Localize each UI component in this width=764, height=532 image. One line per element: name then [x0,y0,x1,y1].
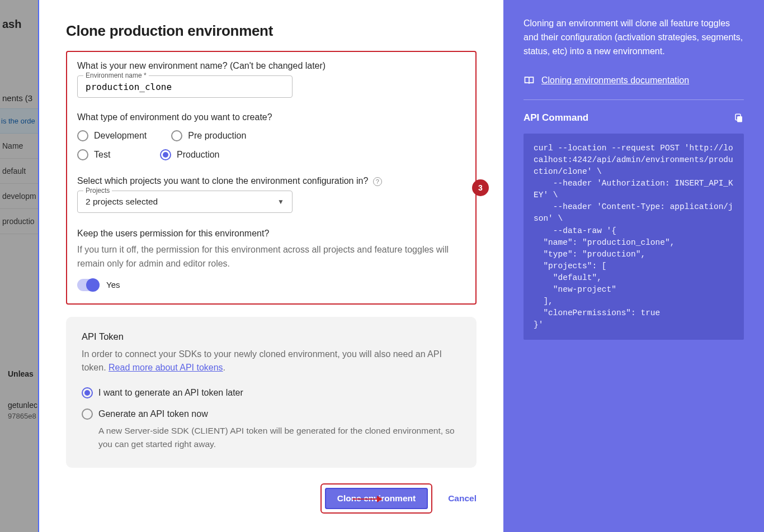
toggle-knob [86,278,100,292]
radio-token-later[interactable]: I want to generate an API token later [82,387,461,398]
radio-label: Test [94,150,110,160]
clone-environment-modal: Clone production environment 3 What is y… [38,0,764,532]
radio-label: Development [94,131,147,141]
radio-label: Production [177,150,220,160]
api-token-title: API Token [82,331,461,342]
permissions-question: Keep the users permission for this envir… [77,229,465,239]
environment-name-field[interactable]: Environment name * [77,75,293,98]
radio-preproduction[interactable]: Pre production [171,130,246,141]
projects-floating-label: Projects [83,187,112,194]
api-command-code[interactable]: curl --location --request POST 'http://l… [524,134,744,339]
radio-icon-unselected [77,130,88,141]
modal-sidebar: Cloning an environment will clone all fe… [503,0,764,532]
divider [524,99,744,100]
highlighted-form-section: 3 What is your new environment name? (Ca… [66,51,477,305]
environment-name-floating-label: Environment name * [83,72,149,79]
copy-icon[interactable] [734,113,744,123]
radio-label: Pre production [188,131,246,141]
modal-title: Clone production environment [66,22,477,40]
radio-icon-selected [82,387,93,398]
environment-type-question: What type of environment do you want to … [77,112,465,122]
radio-icon-unselected [82,408,93,420]
sidebar-description: Cloning an environment will clone all fe… [524,17,744,58]
documentation-link-row: Cloning environments documentation [524,75,744,86]
radio-production[interactable]: Production [160,149,220,160]
environment-name-question: What is your new environment name? (Can'… [77,61,465,71]
radio-icon-unselected [77,149,88,160]
step-badge-3: 3 [472,179,489,196]
modal-footer: Clone environment Cancel [66,483,477,514]
radio-icon-unselected [171,130,182,141]
svg-rect-0 [737,116,742,122]
toggle-label: Yes [106,280,120,289]
permissions-description: If you turn it off, the permission for t… [77,243,465,271]
radio-icon-selected [160,149,171,160]
radio-label: Generate an API token now [98,409,208,419]
api-command-title: API Command [524,112,588,124]
radio-label: I want to generate an API token later [98,388,243,398]
projects-select[interactable]: Projects 2 projects selected ▼ [77,191,293,213]
radio-test[interactable]: Test [77,149,135,160]
api-token-docs-link[interactable]: Read more about API tokens [109,363,223,372]
chevron-down-icon: ▼ [277,198,284,206]
projects-question: Select which projects you want to clone … [77,176,465,186]
permissions-toggle[interactable] [77,279,100,291]
token-now-description: A new Server-side SDK (CLIENT) API token… [98,424,461,451]
modal-form-area: Clone production environment 3 What is y… [39,0,503,532]
cancel-button[interactable]: Cancel [448,493,477,504]
api-token-description: In order to connect your SDKs to your ne… [82,348,461,376]
radio-development[interactable]: Development [77,130,147,141]
api-token-card: API Token In order to connect your SDKs … [66,317,477,468]
book-icon [524,75,535,86]
annotation-arrow [352,498,381,500]
help-icon[interactable]: ? [373,177,382,186]
radio-token-now[interactable]: Generate an API token now [82,408,461,420]
cloning-docs-link[interactable]: Cloning environments documentation [541,75,689,86]
